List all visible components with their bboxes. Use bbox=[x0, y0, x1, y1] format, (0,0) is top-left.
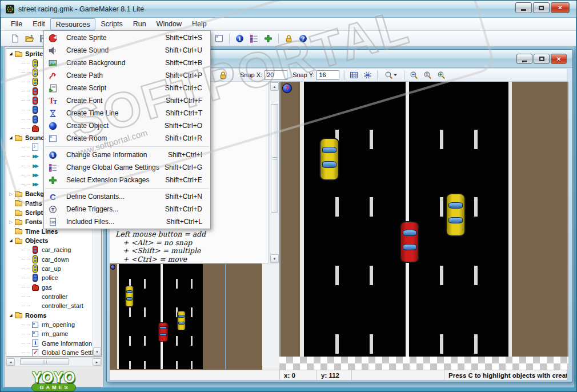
menu-item-define-constants[interactable]: CDefine Constants...Shift+Ctrl+N bbox=[44, 190, 210, 203]
scroll-down-icon[interactable]: ▼ bbox=[93, 347, 101, 356]
car-yellow-instance[interactable] bbox=[125, 286, 134, 307]
lock-button[interactable] bbox=[283, 33, 295, 45]
tree-item-gas[interactable]: gas bbox=[6, 283, 93, 292]
snap-x-input[interactable] bbox=[265, 70, 287, 80]
lane-dash bbox=[335, 197, 339, 217]
maximize-button[interactable] bbox=[533, 2, 550, 13]
expanded-arrow-icon[interactable]: ◢ bbox=[7, 135, 14, 140]
tree-item-rm-opening[interactable]: rm_opening bbox=[6, 320, 93, 329]
tree-item-car-down[interactable]: car_down bbox=[6, 255, 93, 264]
menu-item-included-files[interactable]: 101Included Files...Shift+Ctrl+L bbox=[44, 215, 210, 228]
menu-item-create-sprite[interactable]: Create SpriteShift+Ctrl+S bbox=[44, 31, 210, 44]
ggslist-button[interactable] bbox=[248, 33, 260, 45]
lock-button[interactable] bbox=[217, 69, 229, 81]
tree-item-rm-game[interactable]: rm_game bbox=[6, 329, 93, 338]
zoom-in-button[interactable] bbox=[435, 69, 447, 81]
menu-help[interactable]: Help bbox=[187, 18, 212, 30]
menu-item-create-sound[interactable]: Create SoundShift+Ctrl+U bbox=[44, 44, 210, 57]
help-button[interactable]: ? bbox=[297, 33, 309, 45]
scroll-left-icon[interactable]: ◄ bbox=[6, 358, 15, 366]
expanded-arrow-icon[interactable]: ◢ bbox=[7, 313, 14, 318]
zoom-out-button[interactable] bbox=[408, 69, 420, 81]
menu-item-change-global-game-settings[interactable]: Change Global Game SettingsShift+Ctrl+G bbox=[44, 161, 210, 174]
car-red-instance[interactable] bbox=[399, 221, 420, 263]
toolbar-separator bbox=[278, 34, 279, 43]
menu-run[interactable]: Run bbox=[128, 18, 151, 30]
menu-item-create-object[interactable]: Create ObjectShift+Ctrl+O bbox=[44, 119, 210, 132]
menu-file[interactable]: File bbox=[6, 18, 27, 30]
car-red-instance[interactable] bbox=[158, 322, 169, 342]
room-statusbar: x: 0 y: 112 Press C to highlight objects… bbox=[109, 370, 567, 381]
tree-item-controller[interactable]: controller bbox=[6, 292, 93, 301]
lane-dash bbox=[144, 307, 146, 317]
scroll-thumb[interactable] bbox=[271, 104, 278, 213]
snap-x-label: Snap X: bbox=[240, 71, 262, 78]
zoom-dropdown-button[interactable] bbox=[381, 69, 400, 81]
grid-toggle-button[interactable] bbox=[348, 69, 360, 81]
open-button[interactable] bbox=[23, 33, 35, 45]
menu-window[interactable]: Window bbox=[151, 18, 187, 30]
background-room-window[interactable]: ? bbox=[110, 263, 262, 370]
room-button[interactable] bbox=[213, 33, 225, 45]
menu-item-change-game-information[interactable]: iChange Game InformationShift+Ctrl+I bbox=[44, 149, 210, 161]
menu-item-define-triggers[interactable]: TDefine Triggers...Shift+Ctrl+D bbox=[44, 203, 210, 215]
car-rear-window bbox=[448, 217, 463, 223]
menu-edit[interactable]: Edit bbox=[27, 18, 50, 30]
title-bar[interactable]: street racing.gmk - GameMaker 8.1 Lite ✕ bbox=[1, 1, 576, 18]
window-title: street racing.gmk - GameMaker 8.1 Lite bbox=[18, 5, 144, 13]
scroll-right-icon[interactable]: ► bbox=[93, 358, 101, 366]
menu-scripts[interactable]: Scripts bbox=[95, 18, 127, 30]
maximize-button[interactable] bbox=[534, 54, 550, 64]
controller-object-marker[interactable]: ? bbox=[110, 265, 115, 270]
car-rear-window bbox=[159, 333, 166, 336]
car-yellow-instance[interactable] bbox=[177, 311, 186, 330]
car-yellow-instance[interactable] bbox=[444, 193, 467, 237]
tree-item-global-game-settings[interactable]: Global Game Settings bbox=[6, 348, 93, 356]
tree-item-objects[interactable]: ◢Objects bbox=[6, 236, 93, 245]
isometric-toggle-button[interactable] bbox=[362, 69, 374, 81]
tree-item-car-up[interactable]: car_up bbox=[6, 264, 93, 273]
plus-button[interactable] bbox=[262, 33, 274, 45]
new-button[interactable] bbox=[9, 33, 21, 45]
zoom-reset-button[interactable] bbox=[422, 69, 434, 81]
menu-item-create-script[interactable]: Create ScriptShift+Ctrl+C bbox=[44, 82, 210, 94]
menu-item-select-extension-packages[interactable]: Select Extension PackagesShift+Ctrl+E bbox=[44, 174, 210, 186]
minimize-button[interactable] bbox=[515, 2, 532, 13]
expanded-arrow-icon[interactable]: ◢ bbox=[7, 238, 14, 243]
scroll-down-icon[interactable]: ▼ bbox=[270, 254, 279, 263]
tree-item-controller-start[interactable]: controller_start bbox=[6, 301, 93, 310]
panel-scrollbar[interactable]: ▲ ▼ bbox=[270, 82, 279, 263]
minimize-button[interactable] bbox=[516, 54, 532, 64]
collapsed-arrow-icon[interactable]: ▷ bbox=[7, 219, 14, 225]
menu-item-create-font[interactable]: TTCreate FontSh­ift+Ctrl+F bbox=[44, 94, 210, 107]
tree-item-car-racing[interactable]: car_racing bbox=[6, 245, 93, 254]
menu-item-create-background[interactable]: Create BackgroundShift+Ctrl+B bbox=[44, 57, 210, 69]
menu-item-create-time-line[interactable]: Create Time LineShift+Ctrl+T bbox=[44, 107, 210, 119]
collapsed-arrow-icon[interactable]: ▷ bbox=[7, 191, 14, 197]
yoyo-games-logo: YOYO GAMES bbox=[5, 369, 103, 391]
controller-object-marker[interactable]: ? bbox=[282, 83, 292, 93]
expanded-arrow-icon[interactable]: ◢ bbox=[7, 51, 14, 56]
lane-dash bbox=[335, 334, 339, 354]
scroll-up-icon[interactable]: ▲ bbox=[270, 82, 279, 91]
snap-y-input[interactable] bbox=[316, 70, 339, 80]
lane-dash bbox=[176, 361, 178, 369]
scroll-thumb[interactable] bbox=[20, 358, 69, 365]
gas-icon bbox=[31, 124, 39, 133]
tree-horizontal-scrollbar[interactable]: ◄ ► bbox=[6, 358, 102, 366]
media-icon: ▶▶ bbox=[31, 180, 39, 189]
menu-resources[interactable]: Resources bbox=[50, 18, 96, 30]
triggers-icon: T bbox=[49, 205, 57, 214]
car-yellow-instance[interactable] bbox=[318, 138, 340, 181]
room-canvas[interactable]: ? bbox=[279, 82, 568, 357]
tree-item-game-information[interactable]: Game Information bbox=[6, 339, 93, 348]
road-band bbox=[203, 264, 262, 369]
gameinfo-button[interactable]: i bbox=[234, 33, 246, 45]
tree-item-police[interactable]: police bbox=[6, 273, 93, 282]
grid-icon bbox=[350, 71, 358, 79]
tree-item-rooms[interactable]: ◢Rooms bbox=[6, 311, 93, 320]
close-button[interactable]: ✕ bbox=[551, 2, 570, 13]
menu-item-create-room[interactable]: Create RoomShift+Ctrl+R bbox=[44, 132, 210, 145]
menu-item-create-path[interactable]: Create PathShift+Ctrl+P bbox=[44, 69, 210, 82]
close-button[interactable]: ✕ bbox=[551, 54, 567, 64]
